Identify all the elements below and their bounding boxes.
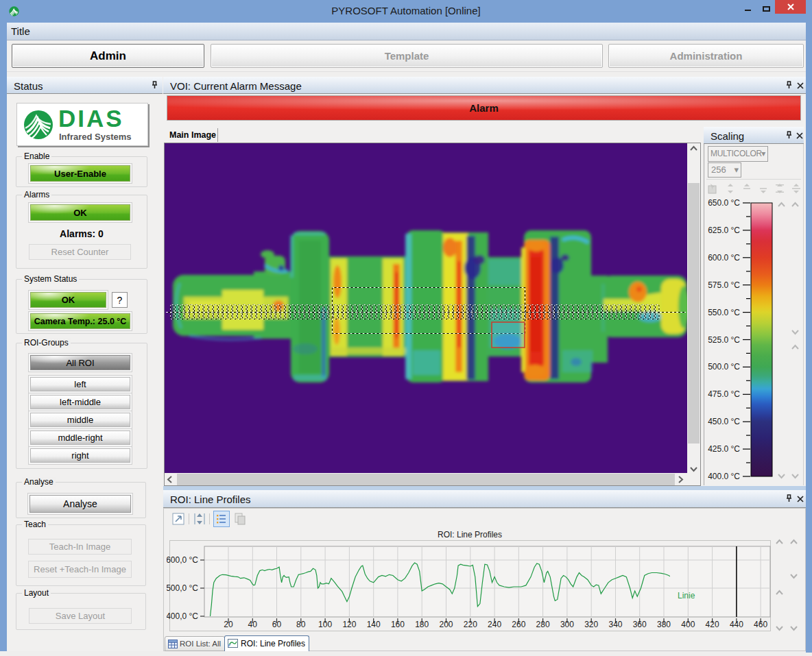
svg-text:340: 340 (608, 620, 622, 629)
svg-text:625.0 °C: 625.0 °C (708, 226, 740, 235)
svg-text:400.0 °C: 400.0 °C (708, 472, 740, 481)
svg-text:360: 360 (633, 620, 647, 629)
svg-text:525.0 °C: 525.0 °C (708, 335, 740, 345)
svg-text:200: 200 (439, 620, 453, 629)
svg-text:650.0 °C: 650.0 °C (708, 198, 740, 208)
svg-text:120: 120 (342, 620, 356, 629)
svg-text:20: 20 (224, 620, 233, 629)
svg-text:280: 280 (536, 620, 550, 629)
svg-text:220: 220 (464, 620, 477, 629)
svg-text:500.0 °C: 500.0 °C (708, 362, 740, 372)
svg-text:420: 420 (706, 620, 719, 629)
svg-text:Linie: Linie (678, 591, 695, 600)
svg-text:450.0 °C: 450.0 °C (708, 417, 740, 426)
svg-text:40: 40 (248, 620, 258, 629)
svg-text:400: 400 (681, 620, 695, 629)
svg-text:600.0 °C: 600.0 °C (708, 253, 740, 263)
svg-text:180: 180 (415, 620, 429, 629)
svg-text:600,0 °C: 600,0 °C (167, 555, 198, 565)
svg-text:460: 460 (754, 620, 767, 629)
svg-text:60: 60 (272, 620, 282, 629)
svg-text:140: 140 (367, 620, 381, 629)
svg-text:160: 160 (391, 620, 405, 629)
svg-text:100: 100 (318, 620, 332, 629)
svg-text:500,0 °C: 500,0 °C (167, 583, 198, 593)
svg-text:80: 80 (296, 620, 306, 629)
svg-text:ROI: Line Profiles: ROI: Line Profiles (438, 530, 502, 539)
svg-text:260: 260 (512, 620, 525, 629)
svg-text:320: 320 (584, 620, 598, 629)
svg-text:425.0 °C: 425.0 °C (708, 444, 740, 454)
svg-text:240: 240 (488, 620, 501, 629)
svg-text:475.0 °C: 475.0 °C (708, 389, 740, 399)
svg-text:380: 380 (657, 620, 671, 629)
svg-text:550.0 °C: 550.0 °C (708, 308, 740, 317)
svg-text:575.0 °C: 575.0 °C (708, 280, 740, 290)
svg-text:440: 440 (730, 620, 743, 629)
svg-text:400,0 °C: 400,0 °C (167, 611, 198, 621)
svg-text:300: 300 (560, 620, 574, 629)
